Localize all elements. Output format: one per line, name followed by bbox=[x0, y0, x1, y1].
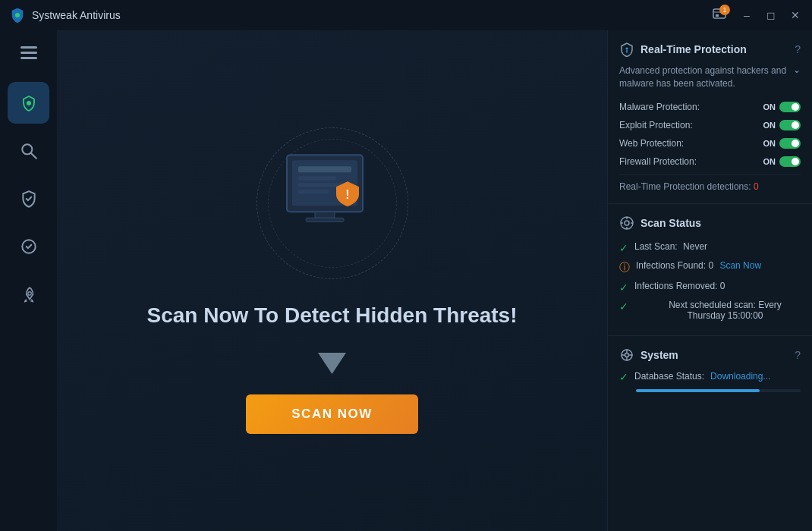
expand-icon[interactable]: ⌄ bbox=[793, 64, 801, 75]
next-scan-icon: ✓ bbox=[619, 300, 628, 313]
rocket-icon bbox=[20, 285, 38, 303]
sidebar-item-boost[interactable] bbox=[8, 273, 49, 315]
svg-text:!: ! bbox=[345, 189, 349, 202]
svg-rect-16 bbox=[298, 190, 329, 194]
sidebar-item-scan[interactable] bbox=[8, 130, 49, 171]
svg-rect-3 bbox=[20, 46, 37, 49]
db-progress-bar-fill bbox=[636, 389, 760, 392]
exploit-toggle-switch[interactable] bbox=[779, 120, 801, 130]
firewall-toggle[interactable]: ON bbox=[763, 156, 801, 167]
close-btn[interactable]: ✕ bbox=[788, 8, 803, 23]
next-scan-row: ✓ Next scheduled scan: Every Thursday 15… bbox=[619, 297, 801, 324]
main-layout: ! Scan Now To Detect Hidden Threats! SCA… bbox=[0, 30, 812, 531]
realtime-title: Real-Time Protection bbox=[640, 43, 788, 55]
firewall-toggle-switch[interactable] bbox=[779, 156, 801, 167]
system-title: System bbox=[640, 349, 788, 361]
web-status: ON bbox=[763, 139, 776, 148]
next-scan-text: Next scheduled scan: Every Thursday 15:0… bbox=[634, 300, 801, 321]
arrow-container bbox=[315, 345, 349, 375]
system-header: System ? bbox=[619, 347, 801, 363]
svg-point-30 bbox=[625, 353, 629, 357]
window-controls: 1 – ◻ ✕ bbox=[709, 5, 803, 26]
svg-rect-17 bbox=[315, 212, 335, 218]
scan-headline: Scan Now To Detect Hidden Threats! bbox=[147, 302, 518, 329]
scan-now-button[interactable]: SCAN NOW bbox=[246, 394, 417, 434]
svg-line-8 bbox=[31, 153, 36, 159]
sidebar-item-security[interactable] bbox=[8, 178, 49, 219]
maximize-btn[interactable]: ◻ bbox=[763, 8, 779, 23]
protection-description: Advanced protection against hackers and … bbox=[619, 64, 801, 90]
menu-button[interactable] bbox=[14, 38, 44, 68]
malware-toggle[interactable]: ON bbox=[763, 102, 801, 112]
svg-point-0 bbox=[15, 13, 20, 17]
monitor-svg: ! bbox=[272, 148, 393, 250]
scan-status-icon bbox=[619, 215, 634, 231]
infections-removed-text: Infections Removed: 0 bbox=[634, 281, 725, 291]
exploit-protection-row: Exploit Protection: ON bbox=[619, 116, 801, 134]
svg-rect-4 bbox=[20, 52, 37, 54]
svg-rect-5 bbox=[20, 57, 37, 59]
web-toggle-switch[interactable] bbox=[779, 138, 801, 149]
system-section: System ? ✓ Database Status: Downloading.… bbox=[608, 336, 812, 531]
detections-count: 0 bbox=[754, 181, 759, 192]
malware-protection-row: Malware Protection: ON bbox=[619, 98, 801, 116]
infections-removed-icon: ✓ bbox=[619, 281, 628, 294]
svg-marker-20 bbox=[318, 353, 346, 374]
search-icon bbox=[20, 142, 38, 160]
protection-desc-text: Advanced protection against hackers and … bbox=[619, 64, 788, 90]
svg-point-6 bbox=[27, 101, 31, 105]
malware-toggle-switch[interactable] bbox=[779, 102, 801, 112]
minimize-btn[interactable]: – bbox=[739, 8, 754, 23]
svg-point-24 bbox=[625, 221, 629, 225]
svg-point-10 bbox=[27, 291, 30, 294]
detections-row: Real-Time Protection detections: 0 bbox=[619, 174, 801, 192]
firewall-protection-row: Firewall Protection: ON bbox=[619, 152, 801, 171]
sidebar-item-protection[interactable] bbox=[8, 82, 49, 124]
infections-found-row: ⓘ Infections Found: 0 Scan Now bbox=[619, 257, 801, 278]
system-help-icon[interactable]: ? bbox=[795, 349, 801, 361]
exploit-label: Exploit Protection: bbox=[619, 120, 693, 130]
shield-info-icon bbox=[619, 42, 634, 57]
infections-removed-row: ✓ Infections Removed: 0 bbox=[619, 278, 801, 297]
db-progress-bar-container bbox=[636, 389, 801, 392]
shield-icon bbox=[20, 94, 38, 112]
arrow-down-icon bbox=[315, 345, 349, 375]
firewall-status: ON bbox=[763, 157, 776, 166]
web-label: Web Protection: bbox=[619, 138, 684, 149]
last-scan-row: ✓ Last Scan: Never bbox=[619, 238, 801, 257]
notification-btn[interactable]: 1 bbox=[709, 5, 730, 26]
notification-badge: 1 bbox=[719, 5, 730, 15]
badge-icon bbox=[20, 237, 38, 256]
scan-now-link[interactable]: Scan Now bbox=[719, 260, 761, 271]
realtime-header: Real-Time Protection ? bbox=[619, 42, 801, 57]
check-shield-icon bbox=[20, 190, 38, 208]
malware-status: ON bbox=[763, 102, 776, 112]
malware-label: Malware Protection: bbox=[619, 102, 700, 112]
svg-rect-18 bbox=[306, 218, 344, 222]
system-icon bbox=[619, 347, 634, 363]
sidebar bbox=[0, 30, 57, 531]
right-panel: Real-Time Protection ? Advanced protecti… bbox=[607, 30, 812, 531]
infections-found-text: Infections Found: 0 Scan Now bbox=[636, 260, 761, 271]
app-logo: Systweak Antivirus bbox=[9, 7, 121, 24]
scan-status-title: Scan Status bbox=[640, 217, 801, 229]
detections-label: Real-Time Protection detections: bbox=[619, 181, 751, 192]
db-status-label: Database Status: bbox=[634, 371, 704, 382]
monitor-illustration: ! bbox=[249, 127, 416, 279]
exploit-toggle[interactable]: ON bbox=[763, 120, 801, 130]
svg-rect-2 bbox=[716, 14, 719, 17]
db-status-row: ✓ Database Status: Downloading... bbox=[619, 370, 801, 383]
sidebar-item-identity[interactable] bbox=[8, 225, 49, 267]
hamburger-icon bbox=[20, 46, 37, 60]
web-toggle[interactable]: ON bbox=[763, 138, 801, 149]
svg-point-7 bbox=[22, 144, 32, 154]
web-protection-row: Web Protection: ON bbox=[619, 134, 801, 152]
firewall-label: Firewall Protection: bbox=[619, 156, 697, 167]
center-content: ! Scan Now To Detect Hidden Threats! SCA… bbox=[57, 30, 607, 531]
app-logo-icon bbox=[9, 7, 26, 24]
realtime-help-icon[interactable]: ? bbox=[795, 43, 801, 55]
infections-found-icon: ⓘ bbox=[619, 261, 630, 275]
last-scan-icon: ✓ bbox=[619, 242, 628, 254]
svg-rect-13 bbox=[298, 167, 351, 173]
db-status-icon: ✓ bbox=[619, 371, 628, 383]
